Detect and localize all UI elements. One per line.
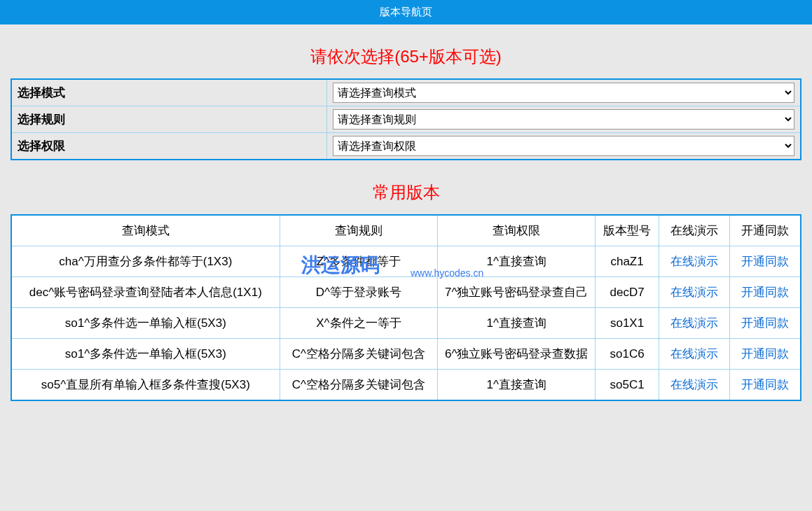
open-link[interactable]: 开通同款	[741, 255, 789, 268]
common-section-title: 常用版本	[11, 181, 801, 204]
cell-model: chaZ1	[596, 246, 659, 277]
cell-model: so5C1	[596, 370, 659, 401]
table-row: cha^万用查分多条件都等于(1X3) Z^多条件都等于 1^直接查询 chaZ…	[11, 246, 801, 277]
cell-rule: C^空格分隔多关键词包含	[280, 339, 437, 370]
cell-model: so1X1	[596, 308, 659, 339]
cell-mode: so1^多条件选一单输入框(5X3)	[11, 339, 280, 370]
common-version-table: 查询模式 查询规则 查询权限 版本型号 在线演示 开通同款 cha^万用查分多条…	[11, 214, 801, 401]
open-link[interactable]: 开通同款	[741, 286, 789, 299]
select-row-rule: 选择规则 请选择查询规则	[11, 106, 801, 133]
demo-link[interactable]: 在线演示	[670, 286, 718, 299]
cell-mode: dec^账号密码登录查询登陆者本人信息(1X1)	[11, 277, 280, 308]
open-link[interactable]: 开通同款	[741, 316, 789, 330]
cell-rule: D^等于登录账号	[280, 277, 437, 308]
page-header: 版本导航页	[0, 0, 812, 24]
cell-model: decD7	[596, 277, 659, 308]
cell-mode: so5^直显所有单输入框多条件查搜(5X3)	[11, 370, 280, 401]
cell-perm: 1^直接查询	[438, 246, 596, 277]
cell-rule: X^条件之一等于	[280, 308, 437, 339]
table-header-row: 查询模式 查询规则 查询权限 版本型号 在线演示 开通同款	[11, 215, 801, 246]
open-link[interactable]: 开通同款	[741, 347, 789, 360]
cell-rule: Z^多条件都等于	[280, 246, 437, 277]
table-row: so1^多条件选一单输入框(5X3) C^空格分隔多关键词包含 6^独立账号密码…	[11, 339, 801, 370]
cell-perm: 6^独立账号密码登录查数据	[438, 339, 596, 370]
cell-model: so1C6	[596, 339, 659, 370]
cell-perm: 1^直接查询	[438, 370, 596, 401]
header-mode: 查询模式	[11, 215, 280, 246]
header-rule: 查询规则	[280, 215, 437, 246]
select-rule-dropdown[interactable]: 请选择查询规则	[333, 109, 794, 130]
select-row-perm: 选择权限 请选择查询权限	[11, 133, 801, 160]
page-title: 版本导航页	[380, 6, 432, 18]
demo-link[interactable]: 在线演示	[670, 378, 718, 391]
demo-link[interactable]: 在线演示	[670, 255, 718, 268]
header-open: 开通同款	[730, 215, 801, 246]
cell-perm: 7^独立账号密码登录查自己	[438, 277, 596, 308]
select-label-mode: 选择模式	[11, 79, 327, 106]
select-section-title: 请依次选择(65+版本可选)	[11, 46, 801, 68]
cell-rule: C^空格分隔多关键词包含	[280, 370, 437, 401]
table-row: so5^直显所有单输入框多条件查搜(5X3) C^空格分隔多关键词包含 1^直接…	[11, 370, 801, 401]
select-mode-dropdown[interactable]: 请选择查询模式	[333, 83, 794, 103]
cell-mode: so1^多条件选一单输入框(5X3)	[11, 308, 280, 339]
select-label-perm: 选择权限	[11, 133, 327, 160]
demo-link[interactable]: 在线演示	[670, 316, 718, 330]
table-row: dec^账号密码登录查询登陆者本人信息(1X1) D^等于登录账号 7^独立账号…	[11, 277, 801, 308]
select-perm-dropdown[interactable]: 请选择查询权限	[333, 136, 794, 156]
open-link[interactable]: 开通同款	[741, 378, 789, 391]
select-table: 选择模式 请选择查询模式 选择规则 请选择查询规则 选择权限	[11, 78, 801, 160]
select-row-mode: 选择模式 请选择查询模式	[11, 79, 801, 106]
cell-perm: 1^直接查询	[438, 308, 596, 339]
select-label-rule: 选择规则	[11, 106, 327, 133]
cell-mode: cha^万用查分多条件都等于(1X3)	[11, 246, 280, 277]
demo-link[interactable]: 在线演示	[670, 347, 718, 360]
table-row: so1^多条件选一单输入框(5X3) X^条件之一等于 1^直接查询 so1X1…	[11, 308, 801, 339]
header-demo: 在线演示	[659, 215, 729, 246]
header-model: 版本型号	[596, 215, 659, 246]
header-perm: 查询权限	[438, 215, 596, 246]
